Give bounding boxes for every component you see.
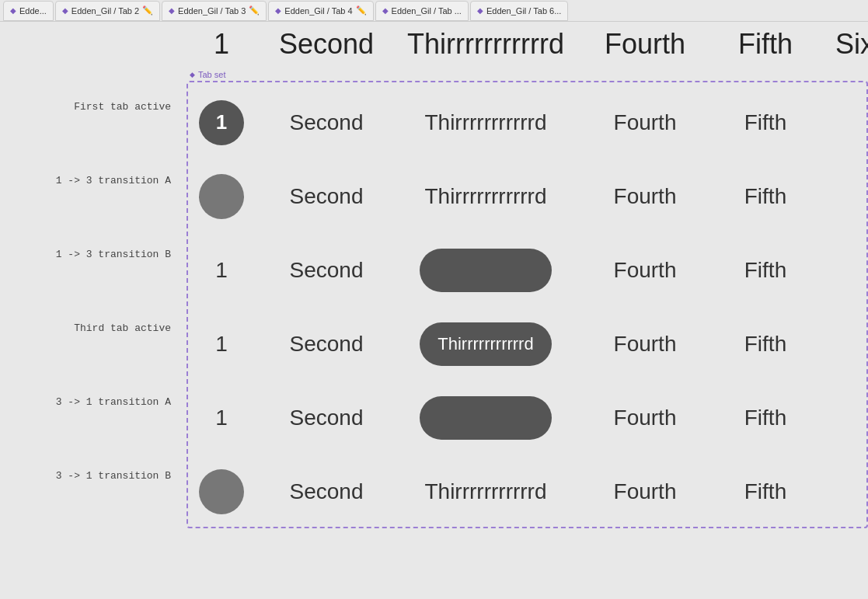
table-row: 1 Second Fourth Fifth bbox=[186, 233, 868, 307]
top-tabbar: ◆ Edde... ◆ Edden_Gil / Tab 2 ✏️ ◆ Edden… bbox=[0, 0, 868, 22]
diamond-icon-2: ◆ bbox=[62, 6, 68, 15]
row2-tab2: Second bbox=[256, 258, 396, 283]
tab-text: Second bbox=[290, 332, 364, 357]
tab-1[interactable]: ◆ Edde... bbox=[3, 1, 54, 21]
tab-6-label: Edden_Gil / Tab 6... bbox=[486, 6, 561, 16]
row1-tab3: Thirrrrrrrrrrrd bbox=[396, 184, 575, 209]
tab-2[interactable]: ◆ Edden_Gil / Tab 2 ✏️ bbox=[55, 1, 160, 21]
diamond-icon-3: ◆ bbox=[169, 6, 175, 15]
tab-text: Thirrrrrrrrrrrd bbox=[424, 479, 546, 504]
row-label-2: 1 -> 3 transition B bbox=[0, 218, 186, 291]
tab-5-label: Edden_Gil / Tab ... bbox=[392, 6, 462, 16]
tab-5[interactable]: ◆ Edden_Gil / Tab ... bbox=[375, 1, 469, 21]
tab-text: Thirrrrrrrrrrrd bbox=[424, 184, 546, 209]
row4-tab4: Fourth bbox=[575, 406, 715, 430]
row2-tab1: 1 bbox=[186, 258, 256, 283]
row1-tab2: Second bbox=[256, 184, 396, 209]
tab-text: Fourth bbox=[614, 110, 677, 135]
tab-text: Fifth bbox=[744, 479, 786, 504]
heading-tab5: Fifth bbox=[715, 28, 816, 61]
tab-text: Fourth bbox=[614, 406, 677, 430]
row4-tab1: 1 bbox=[186, 406, 256, 430]
row5-tab1 bbox=[186, 469, 256, 514]
pill-empty-indicator bbox=[420, 249, 552, 292]
row4-tab2: Second bbox=[256, 406, 396, 430]
edit-icon-4: ✏️ bbox=[356, 5, 367, 16]
circle-inactive-indicator bbox=[199, 469, 244, 514]
tab-1-label: Edde... bbox=[19, 6, 47, 16]
row1-tab5: Fifth bbox=[715, 184, 816, 209]
pill-active-indicator: Thirrrrrrrrrrrd bbox=[420, 322, 552, 366]
diamond-icon-4: ◆ bbox=[275, 6, 281, 15]
row5-tab5: Fifth bbox=[715, 479, 816, 504]
table-row: Second Thirrrrrrrrrrrd Fourth Fifth bbox=[186, 159, 868, 233]
tab-6[interactable]: ◆ Edden_Gil / Tab 6... bbox=[470, 1, 568, 21]
content-area: First tab active 1 -> 3 transition A 1 -… bbox=[0, 70, 868, 528]
heading-row: 1 Second Thirrrrrrrrrrrd Fourth Fifth Si… bbox=[0, 22, 868, 70]
row3-tab5: Fifth bbox=[715, 332, 816, 357]
tab-text: Second bbox=[290, 479, 364, 504]
row-label-5: 3 -> 1 transition B bbox=[0, 439, 186, 513]
tabset-label: ◆ Tab set bbox=[190, 70, 225, 79]
row1-tab4: Fourth bbox=[575, 184, 715, 209]
diamond-icon: ◆ bbox=[10, 6, 16, 15]
heading-tab3: Thirrrrrrrrrrrd bbox=[396, 28, 575, 61]
row2-tab3 bbox=[396, 249, 575, 292]
diamond-icon-6: ◆ bbox=[477, 6, 483, 15]
tab-2-label: Edden_Gil / Tab 2 bbox=[71, 6, 139, 16]
tab-text: Fourth bbox=[614, 479, 677, 504]
diamond-icon-5: ◆ bbox=[382, 6, 389, 15]
tab-3-label: Edden_Gil / Tab 3 bbox=[178, 6, 246, 16]
tab-text: Fourth bbox=[614, 258, 677, 283]
tab-4-label: Edden_Gil / Tab 4 bbox=[284, 6, 352, 16]
heading-tab1: 1 bbox=[186, 28, 256, 61]
rows-area: 1 Second Thirrrrrrrrrrrd Fourth Fifth bbox=[186, 70, 868, 528]
table-row: 1 Second Thirrrrrrrrrrrd Fourth Fifth bbox=[186, 307, 868, 381]
tab-text: Second bbox=[290, 258, 364, 283]
row4-tab5: Fifth bbox=[715, 406, 816, 430]
row-label-4: 3 -> 1 transition A bbox=[0, 365, 186, 439]
row0-tab5: Fifth bbox=[715, 110, 816, 135]
row3-tab3: Thirrrrrrrrrrrd bbox=[396, 322, 575, 366]
heading-tab2: Second bbox=[256, 28, 396, 61]
tab-text: Fifth bbox=[744, 258, 786, 283]
heading-tab6: Sixth bbox=[816, 28, 868, 61]
row-label-3: Third tab active bbox=[0, 291, 186, 365]
edit-icon-2: ✏️ bbox=[142, 5, 153, 16]
row-label-0: First tab active bbox=[0, 70, 186, 144]
circle-inactive-indicator bbox=[199, 174, 244, 219]
row0-tab3: Thirrrrrrrrrrrd bbox=[396, 110, 575, 135]
row3-tab1: 1 bbox=[186, 332, 256, 357]
label-column: First tab active 1 -> 3 transition A 1 -… bbox=[0, 70, 186, 528]
table-row: 1 Second Fourth Fifth bbox=[186, 381, 868, 454]
heading-tab4: Fourth bbox=[575, 28, 715, 61]
tab-text: Fifth bbox=[744, 406, 786, 430]
row0-tab4: Fourth bbox=[575, 110, 715, 135]
pill-empty-indicator bbox=[420, 396, 552, 440]
table-row: 1 Second Thirrrrrrrrrrrd Fourth Fifth bbox=[186, 85, 868, 159]
tab-3[interactable]: ◆ Edden_Gil / Tab 3 ✏️ bbox=[162, 1, 267, 21]
tab-text: Second bbox=[290, 110, 364, 135]
tab-text: Fourth bbox=[614, 184, 677, 209]
tab-4[interactable]: ◆ Edden_Gil / Tab 4 ✏️ bbox=[268, 1, 373, 21]
row5-tab4: Fourth bbox=[575, 479, 715, 504]
row5-tab3: Thirrrrrrrrrrrd bbox=[396, 479, 575, 504]
row0-tab2: Second bbox=[256, 110, 396, 135]
tab-text: Second bbox=[290, 406, 364, 430]
table-row: Second Thirrrrrrrrrrrd Fourth Fifth bbox=[186, 454, 868, 528]
row-label-1: 1 -> 3 transition A bbox=[0, 144, 186, 218]
tab-number: 1 bbox=[215, 258, 228, 283]
row3-tab4: Fourth bbox=[575, 332, 715, 357]
tab-text: Fifth bbox=[744, 110, 786, 135]
circle-active-indicator: 1 bbox=[199, 100, 244, 145]
row2-tab4: Fourth bbox=[575, 258, 715, 283]
pill-active-text: Thirrrrrrrrrrrd bbox=[437, 334, 533, 354]
tabset-container: ◆ Tab set 1 Second Thirrrrrrrrrrrd Fourt… bbox=[186, 70, 868, 528]
tab-number: 1 bbox=[215, 332, 228, 357]
row3-tab2: Second bbox=[256, 332, 396, 357]
tab-text: Second bbox=[290, 184, 364, 209]
tab-text: Fourth bbox=[614, 332, 677, 357]
tab-text: Thirrrrrrrrrrrd bbox=[424, 110, 546, 135]
row2-tab5: Fifth bbox=[715, 258, 816, 283]
tabset-label-text: Tab set bbox=[198, 70, 225, 79]
